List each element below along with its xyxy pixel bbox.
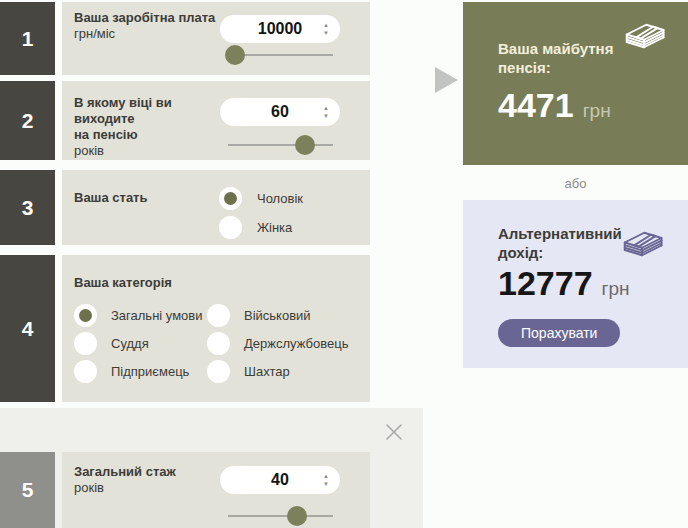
step-retirement-age: 2 В якому віці ви виходите на пенсію рок… (0, 81, 370, 160)
step-panel: Ваша категорія Загальні умови Військовий… (62, 255, 370, 402)
alternative-amount: 12777грн (498, 264, 630, 303)
step-number-badge: 5 (0, 452, 55, 528)
step-salary: 1 Ваша заробітна плата грн/міс 10000 ▲ ▼ (0, 2, 370, 75)
radio-label: Підприємець (111, 364, 189, 379)
salary-slider-knob[interactable] (225, 45, 245, 65)
pension-currency: грн (583, 100, 611, 121)
alternative-income-panel: Альтернативний дохід: 12777грн Порахуват… (463, 200, 688, 368)
salary-input[interactable]: 10000 ▲ ▼ (220, 15, 340, 43)
experience-value: 40 (271, 471, 289, 489)
close-icon[interactable] (381, 419, 407, 445)
radio-button[interactable] (74, 304, 97, 327)
pension-calculator: 1 Ваша заробітна плата грн/міс 10000 ▲ ▼… (0, 0, 688, 528)
chevron-down-icon[interactable]: ▼ (323, 31, 329, 36)
radio-button[interactable] (74, 332, 97, 355)
chevron-down-icon[interactable]: ▼ (323, 482, 329, 487)
radio-option-military[interactable]: Військовий (207, 303, 311, 327)
step-panel: Ваша стать Чоловік Жінка (62, 170, 370, 245)
salary-value: 10000 (258, 20, 303, 38)
step-panel: Ваша заробітна плата грн/міс 10000 ▲ ▼ (62, 2, 370, 75)
experience-label: Загальний стаж (74, 464, 224, 480)
radio-label: Жінка (257, 220, 292, 235)
experience-spinner: ▲ ▼ (323, 466, 329, 494)
pension-result-panel: Ваша майбутня пенсія: 4471грн (463, 2, 688, 165)
age-spinner: ▲ ▼ (323, 98, 329, 126)
chevron-up-icon[interactable]: ▲ (323, 23, 329, 28)
experience-slider-knob[interactable] (287, 506, 307, 526)
salary-spinner: ▲ ▼ (323, 15, 329, 43)
radio-option-civil-servant[interactable]: Держслужбовець (207, 331, 348, 355)
step-number-badge: 3 (0, 170, 55, 245)
step-gender: 3 Ваша стать Чоловік Жінка (0, 170, 370, 245)
radio-button[interactable] (207, 332, 230, 355)
step-experience: 5 Загальний стаж років 40 ▲ ▼ (0, 452, 370, 528)
age-label-line2: на пенсію (74, 127, 224, 143)
step-label: Ваша категорія (74, 275, 224, 291)
radio-option-entrepreneur[interactable]: Підприємець (74, 359, 189, 383)
salary-label: Ваша заробітна плата (74, 10, 224, 26)
radio-option-male[interactable]: Чоловік (219, 186, 303, 210)
radio-label: Суддя (111, 336, 149, 351)
age-slider[interactable] (228, 144, 333, 146)
pension-amount: 4471грн (498, 86, 611, 125)
experience-slider[interactable] (228, 515, 333, 517)
radio-option-female[interactable]: Жінка (219, 215, 292, 239)
pension-title: Ваша майбутня пенсія: (498, 39, 628, 77)
age-label-line1: В якому віці ви виходите (74, 95, 224, 127)
alternative-currency: грн (602, 278, 630, 299)
step-number-badge: 1 (0, 2, 55, 75)
radio-label: Держслужбовець (244, 336, 348, 351)
radio-label: Шахтар (244, 364, 290, 379)
arrow-right-icon (435, 67, 458, 93)
radio-button[interactable] (74, 360, 97, 383)
age-slider-knob[interactable] (295, 135, 315, 155)
gender-label: Ваша стать (74, 190, 224, 206)
category-label: Ваша категорія (74, 275, 224, 291)
step-label: Ваша стать (74, 190, 224, 206)
radio-option-judge[interactable]: Суддя (74, 331, 149, 355)
radio-label: Військовий (244, 308, 311, 323)
step-category: 4 Ваша категорія Загальні умови Військов… (0, 255, 370, 402)
radio-option-general[interactable]: Загальні умови (74, 303, 203, 327)
experience-input[interactable]: 40 ▲ ▼ (220, 466, 340, 494)
chevron-down-icon[interactable]: ▼ (323, 114, 329, 119)
step-label: Загальний стаж років (74, 464, 224, 496)
step-label: В якому віці ви виходите на пенсію років (74, 95, 224, 159)
age-unit-label: років (74, 143, 224, 159)
experience-unit-label: років (74, 480, 224, 496)
alternative-title: Альтернативний дохід: (498, 224, 643, 262)
step-label: Ваша заробітна плата грн/міс (74, 10, 224, 42)
step-panel: Загальний стаж років 40 ▲ ▼ (62, 452, 370, 528)
radio-button[interactable] (207, 360, 230, 383)
radio-button[interactable] (207, 304, 230, 327)
alternative-value: 12777 (498, 264, 593, 302)
step-number-badge: 4 (0, 255, 55, 402)
pension-value: 4471 (498, 86, 574, 124)
radio-label: Чоловік (257, 191, 303, 206)
radio-button[interactable] (219, 187, 242, 210)
age-value: 60 (271, 103, 289, 121)
radio-option-miner[interactable]: Шахтар (207, 359, 290, 383)
step-panel: В якому віці ви виходите на пенсію років… (62, 81, 370, 160)
radio-label: Загальні умови (111, 308, 203, 323)
calculate-button[interactable]: Порахувати (498, 319, 620, 347)
salary-slider[interactable] (228, 54, 333, 56)
chevron-up-icon[interactable]: ▲ (323, 474, 329, 479)
radio-button[interactable] (219, 216, 242, 239)
chevron-up-icon[interactable]: ▲ (323, 106, 329, 111)
salary-unit-label: грн/міс (74, 26, 224, 42)
age-input[interactable]: 60 ▲ ▼ (220, 98, 340, 126)
or-divider-text: або (463, 176, 688, 191)
step-number-badge: 2 (0, 81, 55, 160)
